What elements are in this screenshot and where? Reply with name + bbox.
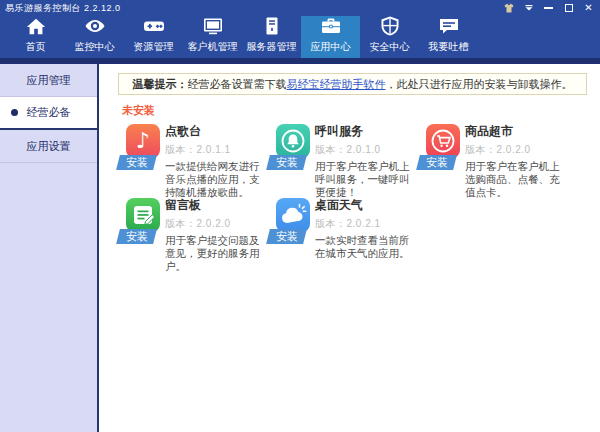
nav-item-app-center[interactable]: 应用中心 bbox=[301, 16, 360, 58]
nav-item-clients[interactable]: 客户机管理 bbox=[183, 16, 242, 58]
sidebar-item-label: 经营必备 bbox=[27, 106, 71, 118]
sidebar-item-label: 应用管理 bbox=[27, 74, 71, 86]
app-title: 桌面天气 bbox=[315, 197, 416, 214]
app-window: 易乐游服务控制台 2.2.12.0 ✕ 首页 监控中心 资源管理 客户机管理 服… bbox=[0, 0, 600, 432]
nav-item-label: 服务器管理 bbox=[247, 40, 297, 54]
nav-item-security[interactable]: 安全中心 bbox=[360, 16, 419, 58]
chat-icon bbox=[437, 16, 461, 38]
install-button-message-board[interactable]: 安装 bbox=[116, 229, 157, 244]
server-icon bbox=[260, 16, 284, 38]
nav-item-servers[interactable]: 服务器管理 bbox=[242, 16, 301, 58]
tip-banner: 温馨提示：经营必备设置需下载易经宝经营助手软件，此处只进行应用的安装与卸载操作。 bbox=[118, 73, 587, 95]
app-description: 一款实时查看当前所在城市天气的应用。 bbox=[315, 234, 416, 260]
nav-item-label: 客户机管理 bbox=[188, 40, 238, 54]
app-title: 留言板 bbox=[165, 197, 266, 214]
shield-icon bbox=[378, 16, 402, 38]
app-description: 用于客户在客户机上选购商品、点餐、充值点卡。 bbox=[465, 160, 566, 199]
weather-icon bbox=[276, 198, 310, 232]
tip-download-link[interactable]: 易经宝经营助手软件 bbox=[287, 78, 386, 90]
tip-label: 温馨提示： bbox=[133, 78, 188, 90]
gamepad-icon bbox=[142, 16, 166, 38]
titlebar-controls: ✕ bbox=[502, 2, 595, 14]
nav-item-label: 应用中心 bbox=[311, 40, 351, 54]
close-icon[interactable]: ✕ bbox=[582, 2, 595, 14]
nav-item-monitoring[interactable]: 监控中心 bbox=[65, 16, 124, 58]
music-note-icon: ♪ bbox=[126, 124, 160, 158]
app-card-call-service: 安装 呼叫服务 版本：2.0.1.0 用于客户在客户机上呼叫服务，一键呼叫更便捷… bbox=[267, 121, 417, 195]
sidebar-item-app-manage[interactable]: 应用管理 bbox=[0, 64, 97, 97]
window-title: 易乐游服务控制台 2.2.12.0 bbox=[5, 2, 121, 15]
toolbox-icon bbox=[319, 16, 343, 38]
top-nav: 首页 监控中心 资源管理 客户机管理 服务器管理 应用中心 安全中心 我要吐槽 bbox=[0, 16, 600, 58]
app-title: 呼叫服务 bbox=[315, 123, 416, 140]
tip-text-after: ，此处只进行应用的安装与卸载操作。 bbox=[386, 78, 573, 90]
content-area: 温馨提示：经营必备设置需下载易经宝经营助手软件，此处只进行应用的安装与卸载操作。… bbox=[99, 64, 600, 432]
selected-bullet-icon bbox=[11, 109, 18, 116]
nav-item-label: 安全中心 bbox=[370, 40, 410, 54]
nav-item-label: 首页 bbox=[26, 40, 46, 54]
eye-icon bbox=[83, 16, 107, 38]
home-icon bbox=[25, 16, 47, 38]
cart-icon bbox=[426, 124, 460, 158]
app-card-goods-market: 安装 商品超市 版本：2.0.2.0 用于客户在客户机上选购商品、点餐、充值点卡… bbox=[417, 121, 567, 195]
nav-item-feedback[interactable]: 我要吐槽 bbox=[419, 16, 478, 58]
minimize-icon[interactable] bbox=[542, 2, 555, 14]
install-button-song-station[interactable]: 安装 bbox=[116, 155, 157, 170]
maximize-icon[interactable] bbox=[562, 2, 575, 14]
app-card-desktop-weather: 安装 桌面天气 版本：2.0.2.1 一款实时查看当前所在城市天气的应用。 bbox=[267, 195, 417, 269]
app-description: 用于客户在客户机上呼叫服务，一键呼叫更便捷！ bbox=[315, 160, 416, 199]
app-card-message-board: 安装 留言板 版本：2.0.2.0 用于客户提交问题及意见，更好的服务用户。 bbox=[117, 195, 267, 269]
sidebar-item-business-essentials[interactable]: 经营必备 bbox=[0, 97, 97, 130]
notepad-icon bbox=[126, 198, 160, 232]
nav-item-resources[interactable]: 资源管理 bbox=[124, 16, 183, 58]
bell-icon bbox=[276, 124, 310, 158]
nav-item-label: 我要吐槽 bbox=[429, 40, 469, 54]
install-button-goods-market[interactable]: 安装 bbox=[416, 155, 457, 170]
caret-down-icon[interactable] bbox=[522, 2, 535, 14]
install-button-call-service[interactable]: 安装 bbox=[266, 155, 307, 170]
app-grid: ♪ 安装 点歌台 版本：2.0.1.1 一款提供给网友进行音乐点播的应用，支持随… bbox=[117, 121, 567, 269]
nav-item-label: 资源管理 bbox=[134, 40, 174, 54]
app-description: 一款提供给网友进行音乐点播的应用，支持随机播放歌曲。 bbox=[165, 160, 266, 199]
sidebar-item-app-settings[interactable]: 应用设置 bbox=[0, 130, 97, 163]
app-card-song-station: ♪ 安装 点歌台 版本：2.0.1.1 一款提供给网友进行音乐点播的应用，支持随… bbox=[117, 121, 267, 195]
shirt-icon[interactable] bbox=[502, 2, 515, 14]
app-title: 商品超市 bbox=[465, 123, 566, 140]
tip-text-before: 经营必备设置需下载 bbox=[188, 78, 287, 90]
sidebar-item-label: 应用设置 bbox=[27, 140, 71, 152]
nav-item-home[interactable]: 首页 bbox=[6, 16, 65, 58]
monitor-icon bbox=[201, 16, 225, 38]
install-button-desktop-weather[interactable]: 安装 bbox=[266, 229, 307, 244]
app-description: 用于客户提交问题及意见，更好的服务用户。 bbox=[165, 234, 266, 273]
sidebar: 应用管理 经营必备 应用设置 bbox=[0, 64, 99, 432]
app-title: 点歌台 bbox=[165, 123, 266, 140]
nav-item-label: 监控中心 bbox=[75, 40, 115, 54]
section-title-not-installed: 未安装 bbox=[122, 103, 155, 118]
